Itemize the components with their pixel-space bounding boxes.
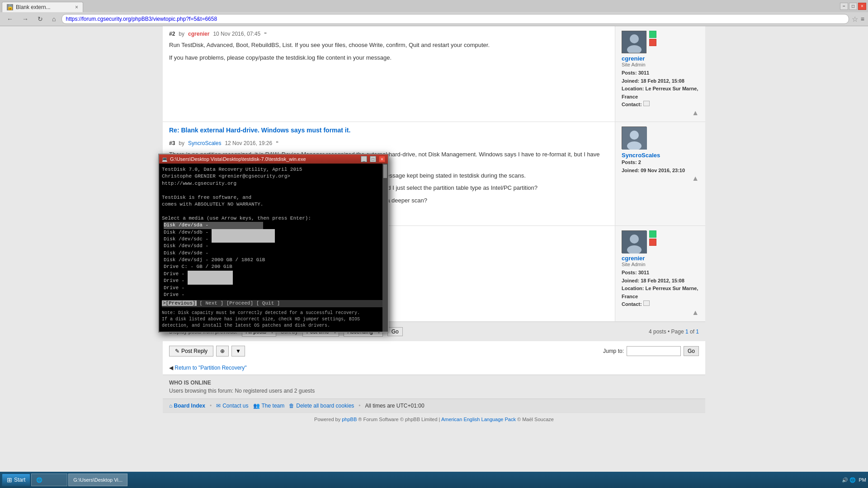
refresh-button[interactable]: ↻ [34,14,46,24]
bookmark-button[interactable]: ☆ [852,15,858,23]
forward-button[interactable]: → [19,14,32,24]
post-4-username[interactable]: cgrenier [622,255,699,262]
post-count-text: 4 posts • Page [649,328,684,335]
board-index-icon: ⌂ [169,403,172,409]
terminal-close[interactable]: × [379,156,385,162]
terminal-titlebar[interactable]: 💻 G:\Users\Desktop Vista\Desktop\testdis… [159,155,388,164]
term-line11: Disk /dev/sdc - [162,236,385,243]
term-line19: Drive - [162,291,385,298]
term-line4 [162,187,385,194]
post-2-joined-label: Joined: [622,78,639,84]
tool-button-1[interactable]: ⊕ [216,346,229,357]
post-3-posts-label: Posts: [622,160,637,165]
credits-copy: ® Forum Software © phpBB Limited [358,417,437,422]
post-3-joined-label: Joined: [622,168,639,173]
post-4-user-title: Site Admin [622,262,699,267]
post-4-joined-label: Joined: [622,278,639,283]
post-3-username[interactable]: SyncroScales [622,152,699,159]
lang-copy: © Maël Soucaze [517,417,554,422]
menu-next[interactable]: [ Next ] [Proceed] [ Quit ] [199,300,280,306]
post-2-by: by [179,31,184,37]
term-line9: Disk /dev/sda - [162,222,385,229]
forum-page: #2 by cgrenier 10 Nov 2016, 07:45 ❝ Run … [0,26,868,426]
return-link[interactable]: Return to "Partition Recovery" [175,365,246,371]
home-button[interactable]: ⌂ [49,14,59,24]
jump-go-button[interactable]: Go [684,346,699,356]
post-2-avatar-container [622,31,699,55]
url-input[interactable] [61,14,849,24]
tab-close-button[interactable]: × [75,4,78,10]
jump-to-input[interactable] [627,346,681,356]
badge-1 [649,31,656,38]
address-bar: ← → ↻ ⌂ ☆ ≡ [0,12,868,26]
powered-by: Powered by [314,417,340,422]
tool-button-2[interactable]: ▼ [231,346,245,357]
term-line7 [162,208,385,215]
post-2-text: Run TestDisk, Advanced, Boot, RebuildBS,… [169,41,609,62]
delete-icon: 🗑 [289,403,294,409]
post-3-header: Re: Blank external Hard-drive. Windows s… [169,127,609,136]
language-link[interactable]: American English Language Pack [441,417,516,422]
menu-button[interactable]: ≡ [861,15,864,23]
post-3-author[interactable]: SyncroScales [188,140,221,146]
terminal-maximize[interactable]: □ [370,156,376,162]
post-2-author[interactable]: cgrenier [188,31,209,37]
post-3-meta: #3 by SyncroScales 12 Nov 2016, 19:26 ❝ [169,140,609,146]
post-3-up-arrow[interactable]: ▲ [622,174,699,183]
phpbb-link[interactable]: phpBB [342,417,357,422]
delete-cookies-link[interactable]: 🗑 Delete all board cookies [289,403,354,409]
go-button[interactable]: Go [387,327,403,336]
post-3-quote[interactable]: ❝ [276,140,278,146]
contact-icon: ✉ [216,403,221,409]
back-button[interactable]: ← [4,14,16,24]
svg-point-7 [630,235,639,244]
post-2-avatar-icons [622,31,656,53]
terminal-window[interactable]: 💻 G:\Users\Desktop Vista\Desktop\testdis… [158,154,389,333]
post-2-up-arrow[interactable]: ▲ [622,109,699,117]
post-3-avatar [622,127,646,149]
post-2-contact-icon [643,101,650,106]
credits-bar: Powered by phpBB ® Forum Software © phpB… [163,413,705,426]
term-line14: Disk /dev/sdj - 2000 GB / 1862 GiB [162,257,385,263]
minimize-button[interactable]: − [840,3,848,10]
close-button[interactable]: × [858,3,866,10]
jump-to-label: Jump to: [603,348,624,354]
terminal-body: TestDisk 7.0, Data Recovery Utility, Apr… [159,164,388,332]
term-line5: TestDisk is free software, and [162,194,385,201]
post-3-number: #3 [169,140,175,146]
menu-previous[interactable]: >[Previous] [162,300,197,306]
contact-us-link[interactable]: ✉ Contact us [216,403,248,409]
current-page[interactable]: 1 [685,328,689,335]
post-4-user-stats: Posts: 3011 Joined: 18 Feb 2012, 15:08 L… [622,269,699,309]
tab-title: Blank extern... [16,4,51,10]
post-2-text2: If you have problems, please copy/paste … [169,53,609,62]
delete-label: Delete all board cookies [296,403,354,409]
post-4-up-arrow[interactable]: ▲ [622,309,699,317]
term-line2: Christophe GRENIER <grenier@cgsecurity.o… [162,173,385,180]
post-2-quote[interactable]: ❝ [264,31,267,37]
post-3-by: by [179,140,184,146]
terminal-minimize[interactable]: _ [361,156,367,162]
post-2-user-stats: Posts: 3011 Joined: 18 Feb 2012, 15:08 L… [622,69,699,109]
post-reply-button[interactable]: ✎ Post Reply [169,346,213,357]
total-pages[interactable]: 1 [696,328,699,335]
term-menu[interactable]: >[Previous] [ Next ] [Proceed] [ Quit ] [162,300,385,307]
post-2-username[interactable]: cgrenier [622,55,699,62]
post-3-sidebar: SyncroScales Posts: 2 Joined: 09 Nov 201… [615,122,705,225]
post-4-badges [649,230,656,253]
term-line15: Drive C: - GB / 200 GiB [162,263,385,270]
badge-4-2 [649,239,656,246]
the-team-link[interactable]: 👥 The team [253,403,285,409]
browser-tab[interactable]: 🔒 Blank extern... × [2,2,83,12]
credits-text: Powered by phpBB ® Forum Software © phpB… [314,417,554,422]
badge-4-1 [649,230,656,238]
terminal-scrollbar[interactable] [382,164,388,332]
browser-chrome: 🔒 Blank extern... × − □ × ← → ↻ ⌂ ☆ ≡ [0,0,868,26]
post-2-avatar [622,31,646,53]
post-3-title-link[interactable]: Re: Blank external Hard-drive. Windows s… [169,127,350,134]
post-reply-label: Post Reply [181,348,208,354]
maximize-button[interactable]: □ [849,3,857,10]
board-index-link[interactable]: ⌂ Board Index [169,403,205,409]
term-line18: Drive - [162,285,385,291]
scrollbar-thumb[interactable] [383,164,387,178]
